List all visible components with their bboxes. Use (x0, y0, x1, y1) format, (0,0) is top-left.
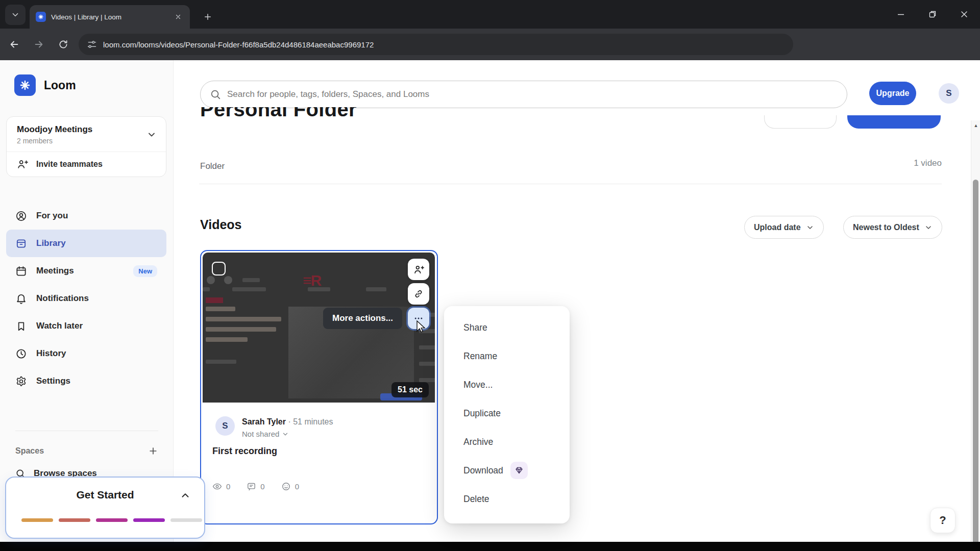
copy-link-button[interactable] (408, 283, 429, 305)
get-started-panel[interactable]: Get Started (5, 477, 205, 539)
shared-status-dropdown[interactable]: Not shared (242, 430, 289, 438)
thumbnail-decoration (419, 378, 435, 382)
more-actions-tooltip: More actions... (323, 308, 402, 329)
browser-tab-strip: Videos | Library | Loom (0, 0, 980, 29)
scroll-up-arrow[interactable]: ▲ (971, 123, 980, 128)
page-scrollbar[interactable]: ▲ ▼ (971, 120, 980, 551)
chevron-down-icon (924, 223, 933, 232)
reload-button[interactable] (53, 34, 74, 55)
new-tab-button[interactable] (199, 8, 216, 26)
page-title: Personal Folder (200, 107, 465, 121)
tab-close-icon[interactable] (173, 11, 184, 22)
menu-item-share[interactable]: Share (444, 313, 570, 342)
new-badge: New (133, 265, 157, 277)
progress-segment (21, 518, 53, 522)
premium-gem-icon (510, 462, 528, 479)
add-space-button[interactable] (148, 446, 158, 456)
close-button[interactable] (948, 0, 980, 29)
library-icon (15, 238, 27, 249)
help-button[interactable]: ? (930, 508, 955, 533)
workspace-switcher[interactable]: Moodjoy Meetings 2 members (7, 117, 166, 152)
workspace-name: Moodjoy Meetings (17, 124, 146, 135)
thumbnail-decoration (206, 307, 235, 311)
share-person-add-button[interactable] (408, 259, 429, 280)
video-title[interactable]: First recording (212, 446, 277, 457)
menu-item-rename[interactable]: Rename (444, 342, 570, 370)
bookmark-icon (15, 320, 27, 332)
browser-tab[interactable]: Videos | Library | Loom (30, 5, 190, 29)
user-avatar[interactable]: S (939, 83, 959, 104)
menu-item-delete[interactable]: Delete (444, 485, 570, 513)
video-card[interactable]: ≡R (200, 250, 438, 524)
menu-item-download[interactable]: Download (444, 456, 570, 485)
minimize-button[interactable] (885, 0, 917, 29)
invite-teammates-button[interactable]: Invite teammates (7, 152, 166, 177)
loom-logo-icon (14, 74, 36, 96)
invite-label: Invite teammates (36, 160, 103, 169)
get-started-progress (21, 518, 202, 522)
loom-app: Loom Moodjoy Meetings 2 members Invite t… (0, 60, 980, 542)
chevron-up-icon[interactable] (180, 490, 191, 501)
chevron-down-icon (282, 431, 289, 438)
back-button[interactable] (4, 34, 24, 55)
progress-segment (133, 518, 165, 522)
divider (199, 184, 942, 184)
loom-favicon (36, 12, 46, 22)
sidebar-item-notifications[interactable]: Notifications (6, 285, 166, 312)
sort-order-dropdown[interactable]: Newest to Oldest (843, 216, 942, 239)
search-input[interactable] (227, 89, 789, 99)
sidebar-item-history[interactable]: History (6, 340, 166, 367)
workspace-members: 2 members (17, 137, 146, 145)
tab-search-button[interactable] (5, 5, 26, 25)
sidebar: Loom Moodjoy Meetings 2 members Invite t… (0, 60, 174, 542)
forward-button[interactable] (29, 34, 49, 55)
loom-brand[interactable]: Loom (14, 74, 76, 96)
thumbnail-decoration (419, 345, 435, 349)
site-settings-icon[interactable] (87, 39, 97, 49)
thumbnail-decoration (206, 317, 281, 321)
chevron-down-icon (11, 10, 20, 19)
folder-primary-button-partial[interactable] (847, 115, 941, 129)
sort-field-dropdown[interactable]: Upload date (744, 216, 824, 239)
context-menu: Share Rename Move... Duplicate Archive D… (444, 306, 570, 523)
thumbnail-decoration (242, 278, 260, 282)
person-circle-icon (15, 210, 27, 222)
chevron-down-icon (146, 130, 157, 140)
main-content: Upgrade S Personal Folder Folder 1 video… (174, 60, 971, 542)
sidebar-item-settings[interactable]: Settings (6, 367, 166, 395)
reactions-icon (281, 482, 291, 491)
progress-segment (170, 518, 202, 522)
thumbnail-site-logo: ≡R (303, 272, 321, 289)
thumbnail-decoration (366, 287, 386, 291)
thumbnail-decoration (206, 297, 223, 303)
browser-toolbar: loom.com/looms/videos/Personal-Folder-f6… (0, 29, 980, 60)
clock-icon (15, 348, 27, 360)
sidebar-item-library[interactable]: Library (6, 230, 166, 257)
url-bar[interactable]: loom.com/looms/videos/Personal-Folder-f6… (79, 34, 793, 55)
scrollbar-thumb[interactable] (973, 180, 978, 551)
bell-icon (15, 293, 27, 305)
search-bar[interactable] (200, 81, 847, 108)
menu-item-move[interactable]: Move... (444, 370, 570, 399)
sidebar-item-watch-later[interactable]: Watch later (6, 312, 166, 340)
video-thumbnail[interactable]: ≡R (203, 253, 435, 403)
thumbnail-decoration (224, 276, 232, 284)
thumbnail-decoration (419, 362, 435, 366)
menu-item-archive[interactable]: Archive (444, 428, 570, 456)
restore-button[interactable] (917, 0, 948, 29)
folder-action-button-partial[interactable] (764, 115, 837, 129)
video-select-checkbox[interactable] (212, 262, 226, 276)
thumbnail-decoration (232, 287, 266, 291)
progress-segment (59, 518, 90, 522)
get-started-title: Get Started (6, 489, 204, 501)
person-add-icon (17, 159, 28, 170)
sidebar-item-for-you[interactable]: For you (6, 202, 166, 230)
sidebar-item-meetings[interactable]: Meetings New (6, 257, 166, 285)
upgrade-button[interactable]: Upgrade (869, 82, 916, 105)
search-icon (210, 89, 221, 100)
chevron-down-icon (806, 223, 814, 232)
url-text: loom.com/looms/videos/Personal-Folder-f6… (103, 40, 374, 49)
videos-heading: Videos (200, 217, 242, 232)
menu-item-duplicate[interactable]: Duplicate (444, 399, 570, 428)
sidebar-nav: For you Library Meetings New Notificatio… (6, 202, 166, 395)
